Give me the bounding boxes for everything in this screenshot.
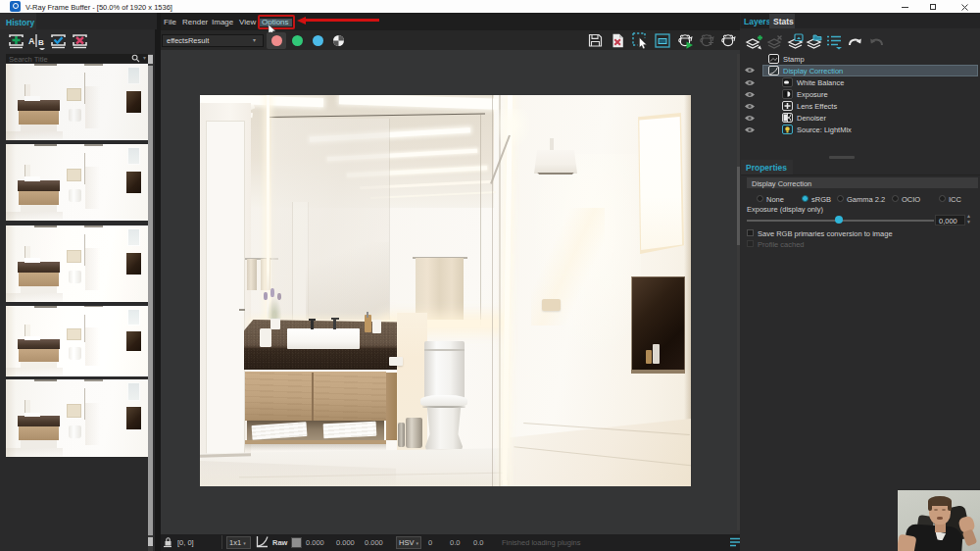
svg-text:B: B bbox=[38, 38, 44, 47]
svg-text:A: A bbox=[28, 36, 35, 46]
